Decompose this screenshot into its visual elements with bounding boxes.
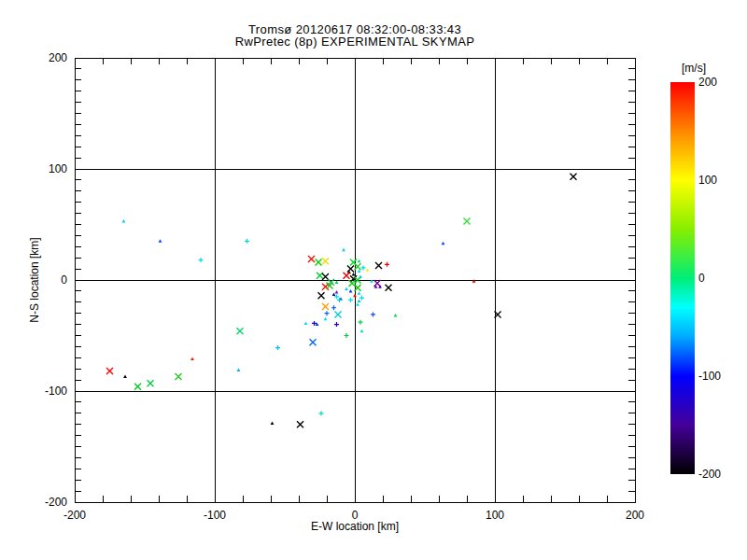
data-point-dot	[237, 368, 241, 371]
data-point-plus	[348, 298, 353, 302]
data-point-plus	[245, 239, 249, 244]
data-point-x	[386, 285, 392, 291]
y-tick-label: -200	[45, 496, 67, 509]
x-axis-label: E-W location [km]	[75, 520, 635, 533]
data-point-x	[374, 280, 381, 287]
data-point-x	[310, 339, 317, 345]
data-point-x	[308, 256, 315, 262]
data-point-x	[335, 311, 342, 317]
data-point-dot	[358, 259, 361, 263]
data-point-x	[571, 174, 577, 180]
data-point-dot	[359, 274, 362, 278]
plot-title: Tromsø 20120617 08:32:00-08:33:43 RwPret…	[75, 23, 635, 48]
data-point-dot	[271, 422, 275, 426]
y-tick-label: 200	[49, 51, 67, 64]
data-point-dot	[358, 300, 361, 303]
data-point-x	[322, 303, 329, 310]
data-point-x	[355, 285, 361, 291]
data-point-x	[495, 311, 501, 317]
data-point-plus	[319, 411, 324, 415]
data-point-plus	[275, 345, 280, 350]
data-point-x	[464, 217, 471, 224]
data-point-x	[316, 259, 322, 265]
y-tick-label: -100	[45, 385, 67, 398]
data-point-dot	[324, 317, 328, 321]
colorbar-gradient	[670, 82, 695, 474]
data-point-plus	[325, 311, 330, 315]
data-point-x	[355, 263, 361, 270]
plot-canvas: -200-10001002002001000-100-2002001000-10…	[0, 0, 747, 560]
y-tick-label: 100	[49, 162, 67, 175]
data-point-dot	[366, 268, 370, 272]
data-point-x	[237, 328, 244, 334]
colorbar-tick-label: 200	[698, 76, 717, 89]
data-point-dot	[159, 239, 162, 243]
data-point-dot	[356, 302, 359, 306]
data-point-plus	[385, 262, 389, 267]
data-point-dot	[190, 357, 194, 360]
data-point-plus	[334, 322, 339, 327]
data-point-x	[375, 262, 382, 269]
data-point-plus	[361, 265, 366, 270]
data-point-x	[297, 421, 303, 427]
data-point-dot	[442, 242, 445, 245]
data-point-dot	[360, 329, 364, 333]
data-point-plus	[359, 296, 364, 301]
data-point-plus	[371, 312, 375, 316]
data-point-dot	[353, 294, 357, 298]
data-point-dot	[342, 248, 345, 252]
data-point-dot	[394, 314, 398, 317]
data-point-plus	[359, 320, 363, 325]
data-point-dot	[345, 287, 348, 291]
data-point-dot	[349, 289, 353, 293]
data-point-dot	[332, 292, 336, 296]
data-point-x	[176, 373, 182, 380]
data-point-x	[347, 266, 354, 273]
data-point-dot	[123, 375, 127, 379]
data-point-dot	[122, 219, 126, 223]
data-point-plus	[199, 258, 204, 262]
data-point-x	[322, 273, 329, 280]
data-point-x	[134, 384, 141, 390]
data-point-x	[344, 273, 350, 279]
colorbar-tick-label: 0	[698, 272, 705, 285]
skymap-screenshot: Tromsø 20120617 08:32:00-08:33:43 RwPret…	[0, 0, 747, 560]
data-point-x	[317, 273, 323, 279]
data-point-x	[106, 368, 113, 374]
y-axis-label: N-S location [km]	[28, 237, 41, 322]
y-tick-label: 0	[61, 273, 67, 287]
data-point-x	[148, 380, 154, 386]
colorbar-tick-label: 100	[698, 174, 717, 187]
data-point-plus	[345, 333, 349, 338]
data-point-dot	[335, 290, 339, 294]
colorbar-tick-label: -200	[698, 468, 721, 481]
colorbar-tick-label: -100	[698, 370, 721, 383]
data-point-x	[318, 292, 325, 299]
plot-title-line2: RwPretec (8p) EXPERIMENTAL SKYMAP	[75, 35, 635, 48]
colorbar-unit-label: [m/s]	[665, 62, 723, 75]
data-point-dot	[335, 280, 339, 284]
data-point-plus	[331, 305, 336, 310]
data-point-x	[322, 258, 329, 264]
data-point-dot	[304, 321, 308, 325]
data-point-dot	[358, 291, 361, 295]
